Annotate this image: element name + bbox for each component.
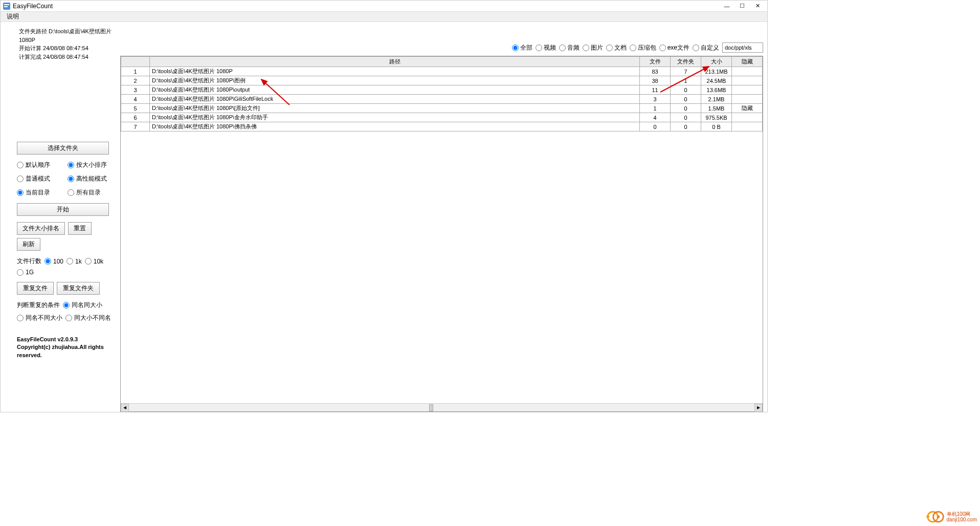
- col-hidden[interactable]: 隐藏: [732, 57, 763, 67]
- status-end: 计算完成 24/08/08 08:47:54: [19, 53, 114, 61]
- radio-same-size-diff-name[interactable]: 同大小不同名: [65, 314, 111, 322]
- cell-hidden: [732, 67, 763, 76]
- radio-same-name-diff-size[interactable]: 同名不同大小: [17, 314, 62, 322]
- radio-by-size[interactable]: 按大小排序: [68, 161, 114, 169]
- radio-100[interactable]: 100: [44, 258, 63, 265]
- status-path: 文件夹路径 D:\tools\桌面\4K壁纸图片 1080P: [19, 27, 114, 44]
- cell-rownum: 2: [121, 76, 150, 85]
- dup-label: 判断重复的条件: [17, 301, 60, 310]
- cell-size: 2.1MB: [701, 95, 732, 104]
- filter-doc[interactable]: 文档: [606, 43, 627, 52]
- cell-files: 4: [640, 113, 671, 122]
- scroll-thumb[interactable]: [429, 404, 433, 411]
- filter-all[interactable]: 全部: [512, 43, 532, 52]
- filter-image[interactable]: 图片: [583, 43, 603, 52]
- cell-hidden: 隐藏: [732, 104, 763, 113]
- size-rank-button[interactable]: 文件大小排名: [17, 222, 65, 235]
- radio-normal-mode[interactable]: 普通模式: [17, 174, 63, 183]
- table-row[interactable]: 4D:\tools\桌面\4K壁纸图片 1080P\GiliSoftFileLo…: [121, 95, 763, 104]
- cell-files: 0: [640, 122, 671, 132]
- cell-hidden: [732, 95, 763, 104]
- dup-files-button[interactable]: 重复文件: [17, 282, 54, 295]
- radio-high-perf[interactable]: 高性能模式: [68, 174, 114, 183]
- cell-size: 24.5MB: [701, 76, 732, 85]
- dup-criteria: 判断重复的条件 同名同大小 同名不同大小 同大小不同名: [5, 301, 114, 322]
- col-size[interactable]: 大小: [701, 57, 732, 67]
- maximize-button[interactable]: ☐: [734, 1, 750, 11]
- refresh-button[interactable]: 刷新: [17, 238, 40, 251]
- table-row[interactable]: 5D:\tools\桌面\4K壁纸图片 1080P\[原始文件]101.5MB隐…: [121, 104, 763, 113]
- main-window: EasyFileCount — ☐ ✕ 说明 文件夹路径 D:\tools\桌面…: [0, 0, 768, 412]
- radio-default-order[interactable]: 默认顺序: [17, 161, 63, 169]
- col-path[interactable]: 路径: [150, 57, 640, 67]
- scroll-right-icon[interactable]: ▶: [754, 404, 763, 412]
- filter-audio[interactable]: 音频: [559, 43, 580, 52]
- radio-all-dirs[interactable]: 所有目录: [68, 188, 114, 197]
- filter-video[interactable]: 视频: [536, 43, 556, 52]
- cell-path: D:\tools\桌面\4K壁纸图片 1080P\金舟水印助手: [150, 113, 640, 122]
- cell-path: D:\tools\桌面\4K壁纸图片 1080P\[原始文件]: [150, 104, 640, 113]
- cell-rownum: 7: [121, 122, 150, 132]
- radio-same-name-size[interactable]: 同名同大小: [63, 301, 102, 310]
- cell-rownum: 1: [121, 67, 150, 76]
- status-block: 文件夹路径 D:\tools\桌面\4K壁纸图片 1080P 开始计算 24/0…: [19, 27, 114, 61]
- table-row[interactable]: 6D:\tools\桌面\4K壁纸图片 1080P\金舟水印助手40975.5K…: [121, 113, 763, 122]
- svg-rect-2: [4, 6, 8, 7]
- left-panel: 文件夹路径 D:\tools\桌面\4K壁纸图片 1080P 开始计算 24/0…: [1, 22, 118, 412]
- filter-row: 全部 视频 音频 图片 文档 压缩包 exe文件 自定义: [120, 42, 763, 53]
- radio-current-dir[interactable]: 当前目录: [17, 188, 63, 197]
- dup-folders-button[interactable]: 重复文件夹: [57, 282, 100, 295]
- result-table: 路径 文件 文件夹 大小 隐藏 1D:\tools\桌面\4K壁纸图片 1080…: [121, 56, 763, 132]
- start-button[interactable]: 开始: [17, 203, 109, 216]
- cell-path: D:\tools\桌面\4K壁纸图片 1080P\GiliSoftFileLoc…: [150, 95, 640, 104]
- filter-exe[interactable]: exe文件: [659, 43, 689, 52]
- version-block: EasyFileCount v2.0.9.3 Copyright(c) zhuj…: [17, 336, 114, 359]
- table-row[interactable]: 3D:\tools\桌面\4K壁纸图片 1080P\output11013.6M…: [121, 85, 763, 95]
- table-row[interactable]: 1D:\tools\桌面\4K壁纸图片 1080P837213.1MB: [121, 67, 763, 76]
- col-rownum[interactable]: [121, 57, 150, 67]
- window-title: EasyFileCount: [13, 3, 719, 10]
- radio-10k[interactable]: 10k: [85, 258, 103, 265]
- cell-folders: 0: [671, 113, 701, 122]
- table-empty-space: [121, 132, 763, 403]
- cell-folders: 1: [671, 76, 701, 85]
- horizontal-scrollbar[interactable]: ◀ ▶: [121, 403, 763, 411]
- titlebar: EasyFileCount — ☐ ✕: [1, 1, 767, 12]
- cell-folders: 7: [671, 67, 701, 76]
- rowcount-label: 文件行数: [17, 257, 41, 266]
- radio-1g[interactable]: 1G: [17, 269, 34, 276]
- rowcount-group: 文件行数 100 1k 10k 1G: [17, 257, 114, 276]
- filter-custom[interactable]: 自定义: [693, 43, 719, 52]
- cell-rownum: 3: [121, 85, 150, 95]
- table-row[interactable]: 2D:\tools\桌面\4K壁纸图片 1080P\图例38124.5MB: [121, 76, 763, 85]
- status-start: 开始计算 24/08/08 08:47:54: [19, 44, 114, 53]
- cell-size: 975.5KB: [701, 113, 732, 122]
- cell-rownum: 5: [121, 104, 150, 113]
- copyright-line: Copyright(c) zhujiahua.All rights reserv…: [17, 343, 114, 359]
- cell-size: 0 B: [701, 122, 732, 132]
- scroll-left-icon[interactable]: ◀: [121, 404, 129, 412]
- close-button[interactable]: ✕: [750, 1, 765, 11]
- filter-custom-input[interactable]: [722, 42, 763, 53]
- cell-size: 213.1MB: [701, 67, 732, 76]
- radio-1k[interactable]: 1k: [66, 258, 82, 265]
- cell-files: 1: [640, 104, 671, 113]
- col-folders[interactable]: 文件夹: [671, 57, 701, 67]
- cell-rownum: 4: [121, 95, 150, 104]
- cell-path: D:\tools\桌面\4K壁纸图片 1080P: [150, 67, 640, 76]
- filter-archive[interactable]: 压缩包: [630, 43, 656, 52]
- reset-button[interactable]: 重置: [68, 222, 92, 235]
- cell-path: D:\tools\桌面\4K壁纸图片 1080P\佛挡杀佛: [150, 122, 640, 132]
- minimize-button[interactable]: —: [719, 1, 734, 11]
- app-icon: [3, 2, 11, 10]
- cell-folders: 0: [671, 95, 701, 104]
- col-files[interactable]: 文件: [640, 57, 671, 67]
- cell-size: 1.5MB: [701, 104, 732, 113]
- select-folder-button[interactable]: 选择文件夹: [17, 142, 109, 155]
- cell-size: 13.6MB: [701, 85, 732, 95]
- cell-folders: 0: [671, 104, 701, 113]
- table-row[interactable]: 7D:\tools\桌面\4K壁纸图片 1080P\佛挡杀佛000 B: [121, 122, 763, 132]
- menu-help[interactable]: 说明: [4, 11, 22, 22]
- menubar: 说明: [1, 12, 767, 22]
- cell-rownum: 6: [121, 113, 150, 122]
